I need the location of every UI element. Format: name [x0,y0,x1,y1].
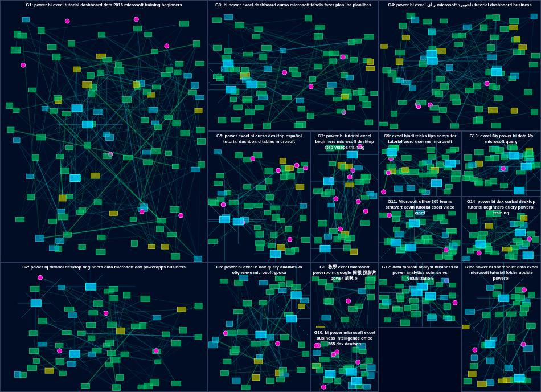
svg-rect-481 [27,365,37,371]
svg-rect-1224 [276,377,284,382]
svg-rect-1278 [286,316,297,322]
svg-point-677 [341,55,345,59]
svg-rect-1618 [452,170,461,176]
svg-rect-455 [45,368,54,373]
svg-rect-698 [224,48,231,54]
cell-label-g4: G4: power bi excel بر ای microsoft داشبو… [379,2,540,9]
svg-rect-453 [179,328,186,333]
svg-line-1712 [323,360,324,387]
svg-rect-322 [197,138,206,144]
svg-rect-944 [396,78,404,83]
svg-rect-1247 [251,342,260,346]
svg-line-58 [71,23,184,43]
svg-line-616 [267,62,333,126]
svg-rect-983 [491,68,502,75]
svg-rect-688 [325,88,334,95]
svg-line-1442 [337,280,348,301]
svg-rect-1663 [387,149,397,156]
svg-rect-501 [155,360,161,364]
svg-point-941 [485,81,489,86]
svg-rect-2307 [526,323,535,328]
svg-point-241 [165,44,169,48]
svg-rect-2201 [515,229,526,236]
svg-rect-295 [191,167,200,172]
svg-rect-1715 [316,368,323,373]
svg-line-194 [107,100,126,156]
svg-line-102 [101,56,102,238]
cell-label-g11: G11: Microsoft office 365 teams stratver… [379,198,461,216]
svg-rect-1605 [419,173,427,177]
cell-label-g3: G3: bi power excel dashboard curso micro… [208,2,378,9]
svg-rect-1111 [256,185,266,190]
svg-point-1489 [346,299,351,303]
svg-rect-1257 [280,368,287,372]
svg-rect-217 [175,61,183,66]
svg-rect-324 [170,206,179,212]
svg-line-163 [68,215,181,235]
svg-rect-726 [315,25,325,30]
svg-point-1070 [221,202,226,207]
svg-rect-1115 [218,191,227,195]
svg-rect-1353 [350,250,358,255]
svg-point-1096 [294,163,299,168]
svg-rect-209 [144,160,153,165]
svg-rect-489 [121,352,129,357]
svg-rect-248 [91,173,100,179]
svg-rect-1501 [322,315,330,320]
svg-rect-695 [224,15,233,20]
svg-rect-1260 [259,281,268,285]
svg-line-822 [479,92,528,119]
svg-rect-300 [195,96,204,100]
svg-rect-257 [114,67,124,74]
svg-rect-480 [14,371,21,377]
svg-rect-345 [83,121,93,128]
cell-label-g10: G10: bi power microsoft excel business i… [311,329,378,347]
svg-point-1742 [321,385,326,389]
svg-rect-1960 [444,304,451,310]
svg-rect-913 [531,54,540,58]
svg-rect-1110 [285,166,293,171]
svg-rect-534 [31,300,41,307]
svg-rect-316 [149,107,158,112]
svg-rect-468 [116,374,123,380]
svg-rect-1841 [448,228,456,232]
svg-point-1368 [334,197,338,201]
svg-rect-1769 [352,377,362,384]
svg-rect-1384 [334,214,342,219]
cell-label-g6: G6: power bi excel в dax query аналитика… [208,264,310,276]
svg-rect-1825 [392,217,400,222]
svg-rect-1230 [259,300,267,305]
svg-rect-746 [226,87,236,93]
svg-rect-475 [29,348,39,354]
svg-rect-2348 [499,295,509,301]
svg-rect-660 [252,34,260,39]
svg-rect-471 [81,383,89,388]
svg-rect-307 [151,148,161,154]
svg-rect-459 [55,343,63,348]
svg-rect-656 [235,22,244,28]
svg-rect-670 [262,45,272,51]
svg-rect-1633 [394,186,403,191]
svg-line-2150 [474,217,521,222]
svg-rect-939 [487,44,495,51]
svg-rect-1730 [366,365,375,371]
cell-g14: G14: power bi dax curbal desktop tutoria… [461,197,541,262]
svg-rect-303 [194,256,202,262]
svg-line-602 [247,99,369,122]
svg-rect-2079 [469,162,477,168]
svg-rect-1419 [320,245,330,252]
svg-rect-1875 [391,239,401,246]
svg-rect-239 [165,151,171,156]
svg-rect-311 [42,106,48,111]
svg-rect-897 [486,15,493,19]
svg-line-382 [127,295,199,307]
svg-rect-2074 [489,146,498,152]
svg-rect-2297 [486,380,494,386]
svg-rect-943 [395,50,404,55]
svg-rect-232 [94,199,101,205]
svg-rect-951 [383,68,391,73]
svg-rect-1948 [440,296,448,300]
svg-rect-1085 [280,158,286,164]
svg-rect-276 [13,108,19,112]
svg-rect-2089 [514,187,524,194]
